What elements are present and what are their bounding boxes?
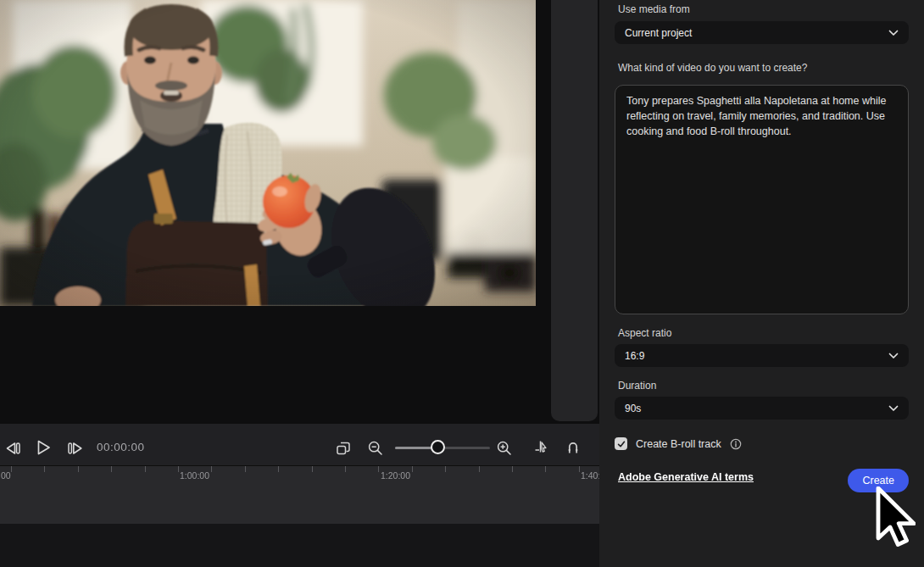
generative-ai-terms-link[interactable]: Adobe Generative AI terms	[618, 471, 754, 483]
edit-point-cursor-button[interactable]	[531, 437, 551, 458]
duration-value: 90s	[625, 403, 641, 414]
use-media-from-label: Use media from	[618, 3, 690, 15]
snap-magnet-button[interactable]	[563, 437, 583, 458]
zoom-slider-handle[interactable]	[431, 440, 445, 454]
chevron-down-icon	[888, 405, 899, 412]
b-roll-label: Create B-roll track	[636, 438, 721, 450]
timecode-display: 00:00:00	[97, 441, 145, 453]
step-forward-icon	[66, 440, 85, 457]
snap-magnet-icon	[565, 439, 582, 456]
use-media-from-value: Current project	[625, 27, 692, 39]
zoom-slider[interactable]	[395, 440, 490, 455]
ruler-label: 00	[1, 470, 11, 481]
play-button[interactable]	[33, 437, 53, 458]
zoom-in-button[interactable]	[494, 438, 515, 459]
video-still-chef-with-tomato	[0, 0, 536, 306]
timeline-lower-area	[0, 524, 599, 567]
edit-point-cursor-icon	[532, 439, 549, 456]
duration-label: Duration	[618, 380, 656, 392]
zoom-out-button[interactable]	[365, 438, 386, 459]
aspect-ratio-select[interactable]: 16:9	[615, 344, 909, 367]
chevron-down-icon	[888, 30, 899, 36]
step-forward-button[interactable]	[65, 438, 86, 459]
b-roll-checkbox[interactable]	[615, 437, 627, 450]
timeline-ruler-area[interactable]: 001:00:001:20:001:40:0	[0, 465, 599, 524]
play-icon	[34, 438, 53, 457]
prompt-label: What kind of video do you want to create…	[618, 62, 807, 74]
step-back-icon	[3, 440, 22, 457]
ruler-label: 1:40:0	[581, 470, 599, 481]
ruler-label: 1:20:00	[381, 470, 410, 481]
panel-edge-card	[551, 0, 598, 421]
app-window: 00:00:00	[0, 0, 924, 567]
fit-to-window-icon	[335, 440, 352, 457]
step-back-button[interactable]	[3, 438, 23, 459]
chevron-down-icon	[888, 353, 899, 359]
duration-select[interactable]: 90s	[615, 397, 909, 420]
use-media-from-select[interactable]: Current project	[615, 21, 909, 44]
create-button[interactable]: Create	[848, 469, 909, 492]
checkmark-icon	[616, 439, 626, 449]
zoom-in-icon	[496, 440, 513, 457]
prompt-input[interactable]: Tony prepares Spaghetti alla Napoletana …	[615, 85, 909, 314]
ruler-ticks	[0, 466, 599, 472]
aspect-ratio-value: 16:9	[625, 350, 644, 362]
aspect-ratio-label: Aspect ratio	[618, 327, 671, 339]
generate-video-panel: Use media from Current project What kind…	[599, 0, 924, 567]
ruler-label: 1:00:00	[180, 470, 209, 481]
video-preview-frame	[0, 0, 536, 306]
zoom-out-icon	[367, 440, 384, 457]
fit-to-window-button[interactable]	[333, 438, 353, 459]
info-icon[interactable]	[730, 438, 742, 450]
